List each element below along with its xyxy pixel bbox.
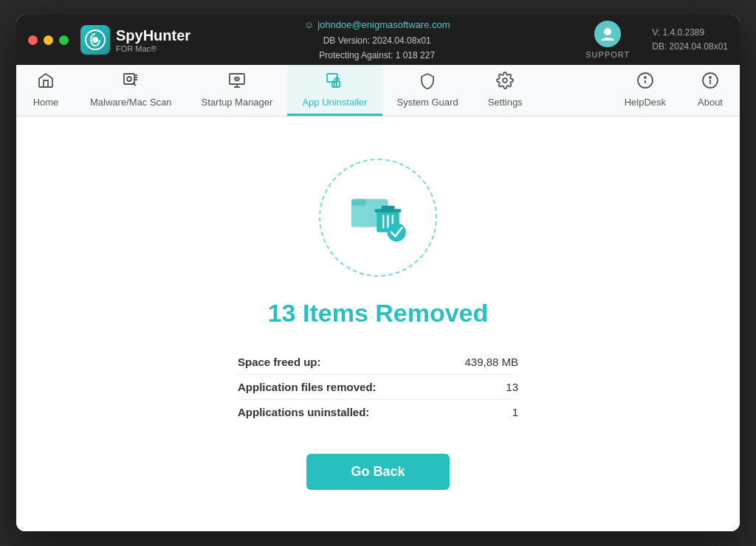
minimize-button[interactable] bbox=[44, 35, 53, 45]
stat-value-files: 13 bbox=[506, 381, 518, 393]
nav-label-home: Home bbox=[33, 97, 59, 108]
stat-row-space: Space freed up: 439,88 MB bbox=[238, 350, 518, 375]
home-icon bbox=[37, 72, 55, 94]
email-text: johndoe@enigmasoftware.com bbox=[317, 17, 450, 33]
nav-label-guard: System Guard bbox=[397, 97, 458, 108]
titlebar: SpyHunter FOR Mac® ☺ johndoe@enigmasoftw… bbox=[16, 15, 740, 65]
db-version-text: DB Version: 2024.04.08x01 bbox=[323, 33, 431, 48]
stat-label-files: Application files removed: bbox=[238, 381, 377, 393]
system-guard-icon bbox=[419, 72, 436, 94]
app-window: SpyHunter FOR Mac® ☺ johndoe@enigmasoftw… bbox=[16, 15, 740, 531]
about-icon bbox=[701, 72, 719, 94]
maximize-button[interactable] bbox=[59, 35, 69, 45]
stat-row-apps: Applications uninstalled: 1 bbox=[238, 400, 518, 424]
svg-rect-19 bbox=[382, 205, 395, 209]
stat-label-space: Space freed up: bbox=[238, 356, 321, 368]
helpdesk-icon bbox=[636, 72, 654, 94]
nav-label-startup: Startup Manager bbox=[202, 97, 273, 108]
logo-area: SpyHunter FOR Mac® bbox=[80, 25, 190, 55]
svg-point-13 bbox=[709, 77, 711, 78]
version-info: V: 1.4.0.2389 DB: 2024.04.08x01 bbox=[652, 26, 728, 54]
svg-point-6 bbox=[236, 77, 238, 80]
nav-item-settings[interactable]: Settings bbox=[473, 65, 537, 116]
nav-label-about: About bbox=[698, 97, 723, 108]
stat-value-apps: 1 bbox=[512, 406, 518, 418]
nav-item-about[interactable]: About bbox=[681, 65, 740, 116]
nav-item-app-uninstaller[interactable]: App Uninstaller bbox=[287, 65, 382, 116]
stats-table: Space freed up: 439,88 MB Application fi… bbox=[238, 350, 518, 424]
nav-item-helpdesk[interactable]: HelpDesk bbox=[610, 65, 681, 116]
window-controls bbox=[28, 35, 69, 45]
nav-item-system-guard[interactable]: System Guard bbox=[382, 65, 473, 116]
nav-item-home[interactable]: Home bbox=[16, 65, 75, 116]
settings-icon bbox=[496, 72, 514, 94]
go-back-button[interactable]: Go Back bbox=[306, 454, 449, 490]
nav-item-startup-manager[interactable]: Startup Manager bbox=[187, 65, 288, 116]
stat-value-space: 439,88 MB bbox=[464, 356, 518, 368]
app-uninstaller-icon bbox=[326, 72, 343, 94]
svg-rect-3 bbox=[124, 74, 134, 84]
user-icon: ☺ bbox=[304, 17, 314, 33]
svg-rect-16 bbox=[351, 198, 366, 205]
logo-icon bbox=[80, 25, 110, 55]
svg-point-2 bbox=[604, 28, 611, 35]
nav-spacer bbox=[537, 65, 610, 116]
startup-manager-icon bbox=[228, 72, 246, 94]
logo-text: SpyHunter FOR Mac® bbox=[116, 27, 190, 53]
protecting-text: Protecting Against: 1 018 227 bbox=[319, 48, 435, 63]
support-label: SUPPORT bbox=[585, 50, 630, 59]
svg-point-1 bbox=[92, 37, 98, 43]
svg-rect-5 bbox=[230, 74, 244, 84]
svg-point-23 bbox=[388, 223, 406, 241]
db-text: DB: 2024.04.08x01 bbox=[652, 40, 728, 54]
svg-point-4 bbox=[127, 77, 131, 81]
uninstall-result-icon bbox=[345, 184, 411, 251]
support-avatar bbox=[594, 21, 621, 47]
svg-point-11 bbox=[645, 77, 646, 78]
nav-label-malware: Malware/Mac Scan bbox=[90, 97, 172, 108]
svg-point-9 bbox=[503, 78, 507, 83]
stat-row-files: Application files removed: 13 bbox=[238, 375, 518, 400]
version-text: V: 1.4.0.2389 bbox=[652, 26, 728, 40]
close-button[interactable] bbox=[28, 35, 38, 45]
malware-scan-icon bbox=[122, 72, 140, 94]
titlebar-info: ☺ johndoe@enigmasoftware.com DB Version:… bbox=[190, 17, 563, 63]
result-icon-wrapper bbox=[319, 159, 437, 277]
result-title: 13 Items Removed bbox=[268, 299, 489, 328]
main-content: 13 Items Removed Space freed up: 439,88 … bbox=[16, 117, 740, 531]
nav-item-malware-scan[interactable]: Malware/Mac Scan bbox=[75, 65, 187, 116]
nav-label-helpdesk: HelpDesk bbox=[625, 97, 666, 108]
nav-label-uninstaller: App Uninstaller bbox=[302, 97, 367, 108]
support-area[interactable]: SUPPORT bbox=[585, 21, 630, 59]
navbar: Home Malware/Mac Scan bbox=[16, 65, 740, 117]
nav-label-settings: Settings bbox=[488, 97, 523, 108]
stat-label-apps: Applications uninstalled: bbox=[238, 406, 369, 418]
